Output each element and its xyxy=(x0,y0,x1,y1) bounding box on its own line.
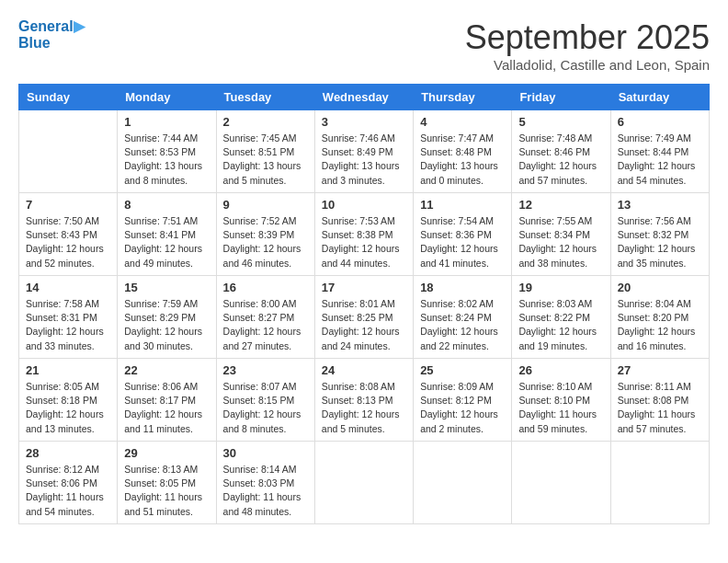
day-cell xyxy=(512,442,610,524)
week-row-4: 28Sunrise: 8:12 AMSunset: 8:06 PMDayligh… xyxy=(19,442,710,524)
weekday-header-sunday: Sunday xyxy=(19,85,118,110)
day-cell: 18Sunrise: 8:02 AMSunset: 8:24 PMDayligh… xyxy=(414,276,512,359)
day-number: 2 xyxy=(223,115,308,129)
weekday-header-thursday: Thursday xyxy=(414,85,512,110)
day-info: Sunrise: 7:54 AMSunset: 8:36 PMDaylight:… xyxy=(420,214,505,270)
day-number: 8 xyxy=(124,198,209,212)
day-info: Sunrise: 8:02 AMSunset: 8:24 PMDaylight:… xyxy=(420,297,505,353)
day-number: 28 xyxy=(26,446,110,460)
day-cell: 13Sunrise: 7:56 AMSunset: 8:32 PMDayligh… xyxy=(610,193,709,276)
day-cell: 17Sunrise: 8:01 AMSunset: 8:25 PMDayligh… xyxy=(314,276,413,359)
day-cell: 29Sunrise: 8:13 AMSunset: 8:05 PMDayligh… xyxy=(118,442,216,524)
day-cell: 16Sunrise: 8:00 AMSunset: 8:27 PMDayligh… xyxy=(216,276,314,359)
logo: General▶ Blue xyxy=(18,18,85,52)
day-cell: 15Sunrise: 7:59 AMSunset: 8:29 PMDayligh… xyxy=(118,276,216,359)
day-number: 21 xyxy=(26,363,110,377)
day-info: Sunrise: 8:00 AMSunset: 8:27 PMDaylight:… xyxy=(223,297,308,353)
day-number: 5 xyxy=(518,115,603,129)
month-title: September 2025 xyxy=(465,18,710,57)
day-cell xyxy=(19,110,118,193)
day-info: Sunrise: 8:12 AMSunset: 8:06 PMDaylight:… xyxy=(26,463,110,519)
day-cell: 20Sunrise: 8:04 AMSunset: 8:20 PMDayligh… xyxy=(610,276,709,359)
day-number: 19 xyxy=(518,281,603,294)
day-info: Sunrise: 7:56 AMSunset: 8:32 PMDaylight:… xyxy=(618,214,702,270)
day-cell xyxy=(414,442,512,524)
weekday-header-friday: Friday xyxy=(512,85,610,110)
day-cell: 26Sunrise: 8:10 AMSunset: 8:10 PMDayligh… xyxy=(512,359,610,442)
day-info: Sunrise: 8:09 AMSunset: 8:12 PMDaylight:… xyxy=(420,380,505,436)
day-info: Sunrise: 8:07 AMSunset: 8:15 PMDaylight:… xyxy=(223,380,308,436)
weekday-header-tuesday: Tuesday xyxy=(216,85,314,110)
day-cell: 30Sunrise: 8:14 AMSunset: 8:03 PMDayligh… xyxy=(216,442,314,524)
day-cell: 10Sunrise: 7:53 AMSunset: 8:38 PMDayligh… xyxy=(314,193,413,276)
day-info: Sunrise: 7:51 AMSunset: 8:41 PMDaylight:… xyxy=(124,214,209,270)
day-cell: 24Sunrise: 8:08 AMSunset: 8:13 PMDayligh… xyxy=(314,359,413,442)
day-info: Sunrise: 8:10 AMSunset: 8:10 PMDaylight:… xyxy=(518,380,603,436)
day-cell: 19Sunrise: 8:03 AMSunset: 8:22 PMDayligh… xyxy=(512,276,610,359)
logo-text: General▶ Blue xyxy=(18,18,85,52)
week-row-1: 7Sunrise: 7:50 AMSunset: 8:43 PMDaylight… xyxy=(19,193,710,276)
week-row-2: 14Sunrise: 7:58 AMSunset: 8:31 PMDayligh… xyxy=(19,276,710,359)
day-info: Sunrise: 7:52 AMSunset: 8:39 PMDaylight:… xyxy=(223,214,308,270)
day-info: Sunrise: 7:48 AMSunset: 8:46 PMDaylight:… xyxy=(518,132,603,188)
day-info: Sunrise: 8:06 AMSunset: 8:17 PMDaylight:… xyxy=(124,380,209,436)
day-number: 12 xyxy=(518,198,603,212)
weekday-header-monday: Monday xyxy=(118,85,216,110)
day-cell: 14Sunrise: 7:58 AMSunset: 8:31 PMDayligh… xyxy=(19,276,118,359)
day-cell: 27Sunrise: 8:11 AMSunset: 8:08 PMDayligh… xyxy=(610,359,709,442)
day-number: 26 xyxy=(518,363,603,377)
day-cell: 28Sunrise: 8:12 AMSunset: 8:06 PMDayligh… xyxy=(19,442,118,524)
day-info: Sunrise: 7:47 AMSunset: 8:48 PMDaylight:… xyxy=(420,132,505,188)
day-info: Sunrise: 7:45 AMSunset: 8:51 PMDaylight:… xyxy=(223,132,308,188)
day-number: 9 xyxy=(223,198,308,212)
week-row-3: 21Sunrise: 8:05 AMSunset: 8:18 PMDayligh… xyxy=(19,359,710,442)
day-cell: 23Sunrise: 8:07 AMSunset: 8:15 PMDayligh… xyxy=(216,359,314,442)
day-info: Sunrise: 8:11 AMSunset: 8:08 PMDaylight:… xyxy=(618,380,702,436)
day-number: 30 xyxy=(223,446,308,460)
day-info: Sunrise: 7:58 AMSunset: 8:31 PMDaylight:… xyxy=(26,297,110,353)
day-info: Sunrise: 7:53 AMSunset: 8:38 PMDaylight:… xyxy=(322,214,406,270)
calendar-header: September 2025 Valladolid, Castille and … xyxy=(465,18,710,73)
day-number: 1 xyxy=(124,115,209,129)
day-number: 3 xyxy=(322,115,406,129)
day-number: 29 xyxy=(124,446,209,460)
day-info: Sunrise: 7:46 AMSunset: 8:49 PMDaylight:… xyxy=(322,132,406,188)
day-info: Sunrise: 7:44 AMSunset: 8:53 PMDaylight:… xyxy=(124,132,209,188)
weekday-header-saturday: Saturday xyxy=(610,85,709,110)
day-cell xyxy=(610,442,709,524)
day-number: 24 xyxy=(322,363,406,377)
day-info: Sunrise: 7:59 AMSunset: 8:29 PMDaylight:… xyxy=(124,297,209,353)
day-number: 4 xyxy=(420,115,505,129)
day-number: 6 xyxy=(618,115,702,129)
day-number: 18 xyxy=(420,281,505,294)
day-cell: 3Sunrise: 7:46 AMSunset: 8:49 PMDaylight… xyxy=(314,110,413,193)
day-cell: 4Sunrise: 7:47 AMSunset: 8:48 PMDaylight… xyxy=(414,110,512,193)
day-info: Sunrise: 8:01 AMSunset: 8:25 PMDaylight:… xyxy=(322,297,406,353)
day-info: Sunrise: 8:13 AMSunset: 8:05 PMDaylight:… xyxy=(124,463,209,519)
day-cell: 11Sunrise: 7:54 AMSunset: 8:36 PMDayligh… xyxy=(414,193,512,276)
day-cell: 21Sunrise: 8:05 AMSunset: 8:18 PMDayligh… xyxy=(19,359,118,442)
day-number: 22 xyxy=(124,363,209,377)
day-number: 16 xyxy=(223,281,308,294)
weekday-header-row: SundayMondayTuesdayWednesdayThursdayFrid… xyxy=(19,85,710,110)
day-cell: 1Sunrise: 7:44 AMSunset: 8:53 PMDaylight… xyxy=(118,110,216,193)
day-cell: 9Sunrise: 7:52 AMSunset: 8:39 PMDaylight… xyxy=(216,193,314,276)
day-info: Sunrise: 8:08 AMSunset: 8:13 PMDaylight:… xyxy=(322,380,406,436)
day-info: Sunrise: 7:49 AMSunset: 8:44 PMDaylight:… xyxy=(618,132,702,188)
day-number: 25 xyxy=(420,363,505,377)
day-info: Sunrise: 8:05 AMSunset: 8:18 PMDaylight:… xyxy=(26,380,110,436)
day-info: Sunrise: 8:04 AMSunset: 8:20 PMDaylight:… xyxy=(618,297,702,353)
day-number: 17 xyxy=(322,281,406,294)
day-number: 14 xyxy=(26,281,110,294)
day-number: 10 xyxy=(322,198,406,212)
day-info: Sunrise: 8:14 AMSunset: 8:03 PMDaylight:… xyxy=(223,463,308,519)
calendar-table: SundayMondayTuesdayWednesdayThursdayFrid… xyxy=(18,84,710,524)
day-number: 27 xyxy=(618,363,702,377)
weekday-header-wednesday: Wednesday xyxy=(314,85,413,110)
day-cell: 6Sunrise: 7:49 AMSunset: 8:44 PMDaylight… xyxy=(610,110,709,193)
day-cell: 7Sunrise: 7:50 AMSunset: 8:43 PMDaylight… xyxy=(19,193,118,276)
day-number: 11 xyxy=(420,198,505,212)
day-number: 23 xyxy=(223,363,308,377)
day-info: Sunrise: 7:55 AMSunset: 8:34 PMDaylight:… xyxy=(518,214,603,270)
day-number: 13 xyxy=(618,198,702,212)
